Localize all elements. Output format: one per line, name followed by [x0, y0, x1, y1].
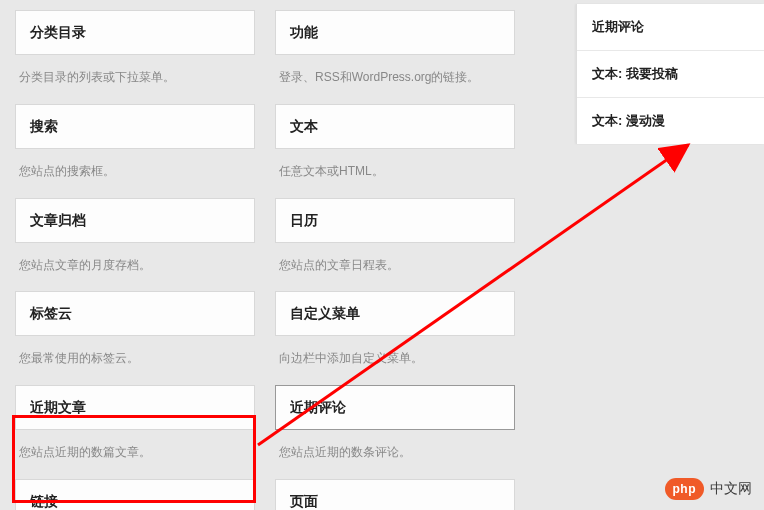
widget-title: 近期文章 [30, 399, 86, 415]
widget-desc: 您最常使用的标签云。 [15, 336, 255, 385]
widget-desc: 您站点近期的数条评论。 [275, 430, 515, 479]
widget-desc: 分类目录的列表或下拉菜单。 [15, 55, 255, 104]
widget-title: 链接 [30, 493, 58, 509]
widget-links[interactable]: 链接 [15, 479, 255, 510]
widget-recent-posts[interactable]: 近期文章 [15, 385, 255, 430]
widget-title: 页面 [290, 493, 318, 509]
logo-badge: php [665, 478, 705, 500]
widget-title: 分类目录 [30, 24, 86, 40]
widget-calendar[interactable]: 日历 [275, 198, 515, 243]
widget-text[interactable]: 文本 [275, 104, 515, 149]
widget-desc: 向边栏中添加自定义菜单。 [275, 336, 515, 385]
widget-column-middle: 功能 登录、RSS和WordPress.org的链接。 文本 任意文本或HTML… [275, 10, 515, 510]
sidebar-item-text-contribute[interactable]: 文本: 我要投稿 [577, 51, 764, 98]
widget-title: 近期评论 [290, 399, 346, 415]
sidebar-item-recent-comments[interactable]: 近期评论 [577, 4, 764, 51]
widget-desc: 您站点的搜索框。 [15, 149, 255, 198]
widget-pages[interactable]: 页面 [275, 479, 515, 510]
widget-title: 功能 [290, 24, 318, 40]
widget-desc: 您站点近期的数篇文章。 [15, 430, 255, 479]
widget-desc: 您站点文章的月度存档。 [15, 243, 255, 292]
watermark-logo: php 中文网 [665, 478, 753, 500]
widget-desc: 登录、RSS和WordPress.org的链接。 [275, 55, 515, 104]
widget-title: 搜索 [30, 118, 58, 134]
widget-title: 自定义菜单 [290, 305, 360, 321]
widget-custom-menu[interactable]: 自定义菜单 [275, 291, 515, 336]
widget-search[interactable]: 搜索 [15, 104, 255, 149]
widget-desc: 任意文本或HTML。 [275, 149, 515, 198]
widget-tagcloud[interactable]: 标签云 [15, 291, 255, 336]
widget-title: 标签云 [30, 305, 72, 321]
widget-archives[interactable]: 文章归档 [15, 198, 255, 243]
widget-column-left: 分类目录 分类目录的列表或下拉菜单。 搜索 您站点的搜索框。 文章归档 您站点文… [15, 10, 255, 510]
sidebar-drop-area: 近期评论 文本: 我要投稿 文本: 漫动漫 [576, 4, 764, 144]
widget-desc: 您站点的文章日程表。 [275, 243, 515, 292]
widget-title: 日历 [290, 212, 318, 228]
widget-meta[interactable]: 功能 [275, 10, 515, 55]
logo-text: 中文网 [710, 480, 752, 498]
widget-title: 文本 [290, 118, 318, 134]
sidebar-item-text-mandongman[interactable]: 文本: 漫动漫 [577, 98, 764, 144]
widget-categories[interactable]: 分类目录 [15, 10, 255, 55]
widget-title: 文章归档 [30, 212, 86, 228]
widget-recent-comments[interactable]: 近期评论 [275, 385, 515, 430]
